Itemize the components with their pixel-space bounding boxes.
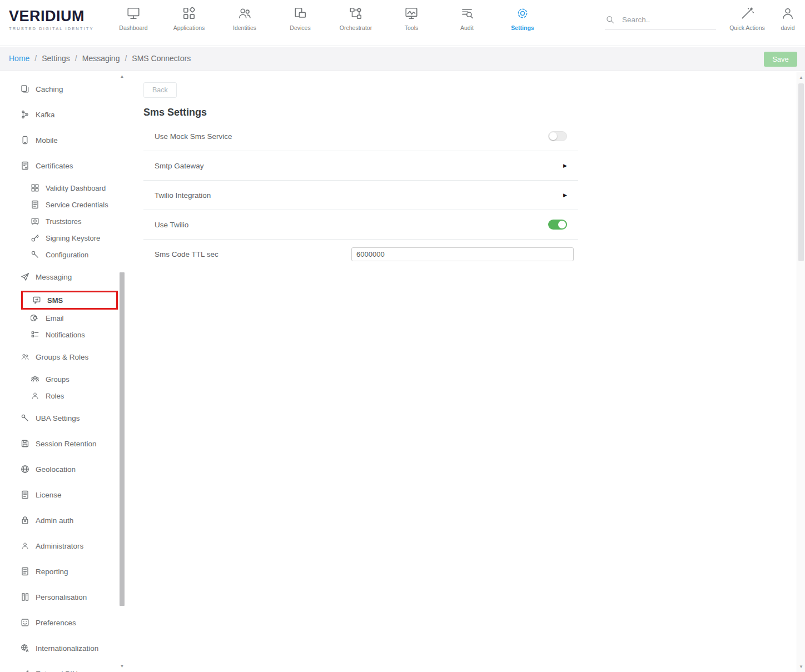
sidebar-item-caching[interactable]: Caching: [8, 76, 126, 102]
veridium-logo[interactable]: VERIDIUM TRUSTED DIGITAL IDENTITY: [9, 9, 94, 31]
search-input[interactable]: [622, 16, 711, 24]
setting-label: Use Twilio: [155, 221, 188, 229]
sidebar-item-geolocation[interactable]: Geolocation: [8, 456, 126, 482]
logo-title: VERIDIUM: [9, 9, 94, 24]
nav-devices[interactable]: Devices: [272, 5, 328, 31]
sidebar-item-label: Certificates: [36, 162, 73, 170]
sidebar-item-uba-settings[interactable]: UBA Settings: [8, 405, 126, 431]
sidebar-item-roles[interactable]: Roles: [21, 387, 126, 404]
save-button[interactable]: Save: [764, 52, 797, 67]
breadcrumb-home[interactable]: Home: [9, 54, 29, 63]
nav-tools[interactable]: Tools: [384, 5, 439, 31]
sidebar-item-label: Administrators: [36, 542, 83, 550]
sidebar-item-label: Internationalization: [36, 644, 98, 653]
quick-actions-label: Quick Actions: [729, 24, 765, 31]
sidebar-item-label: License: [36, 491, 62, 499]
scroll-up-arrow-icon[interactable]: ▲: [797, 74, 805, 81]
sidebar-item-validity-dashboard[interactable]: Validity Dashboard: [21, 180, 126, 196]
use-twilio-toggle[interactable]: [548, 220, 567, 230]
nav-dashboard[interactable]: Dashboard: [106, 5, 161, 31]
sidebar-item-session-retention[interactable]: Session Retention: [8, 431, 126, 456]
scroll-down-arrow-icon[interactable]: ▼: [118, 663, 126, 670]
page-title: Sms Settings: [143, 107, 796, 118]
settings-rows: Use Mock Sms Service Smtp Gateway ▶ Twil…: [143, 122, 578, 269]
sidebar-item-label: SMS: [47, 296, 63, 305]
expand-arrow-icon[interactable]: ▶: [563, 163, 567, 168]
breadcrumb-settings[interactable]: Settings: [42, 54, 70, 63]
sidebar-item-notifications[interactable]: Notifications: [21, 326, 126, 343]
uba-settings-icon: [20, 414, 29, 423]
sidebar-item-messaging[interactable]: Messaging: [8, 264, 126, 290]
sidebar-item-label: Groups: [46, 375, 69, 384]
sidebar-item-configuration[interactable]: Configuration: [21, 246, 126, 263]
sidebar-item-preferences[interactable]: Preferences: [8, 610, 126, 635]
setting-label: Sms Code TTL sec: [155, 250, 218, 258]
certificates-icon: [20, 161, 29, 171]
sidebar-item-administrators[interactable]: Administrators: [8, 533, 126, 559]
sms-code-ttl-row: Sms Code TTL sec: [143, 240, 578, 269]
settings-sidebar: Caching Kafka Mobile Certificates Validi…: [8, 71, 126, 672]
sidebar-item-kafka[interactable]: Kafka: [8, 102, 126, 127]
nav-orchestrator[interactable]: Orchestrator: [328, 5, 384, 31]
mobile-icon: [20, 136, 29, 145]
audit-icon: [460, 5, 474, 22]
sidebar-item-label: Mobile: [36, 136, 58, 145]
quick-actions-button[interactable]: Quick Actions: [726, 5, 768, 31]
sidebar-scrollbar-thumb[interactable]: [120, 272, 125, 606]
sidebar-item-email[interactable]: Email: [21, 310, 126, 326]
sidebar-item-certificates[interactable]: Certificates: [8, 153, 126, 178]
sidebar-item-personalisation[interactable]: Personalisation: [8, 584, 126, 610]
sidebar-item-service-credentials[interactable]: Service Credentials: [21, 196, 126, 213]
sidebar-item-label: Preferences: [36, 619, 76, 627]
preferences-icon: [20, 618, 29, 628]
scroll-up-arrow-icon[interactable]: ▲: [118, 73, 126, 80]
breadcrumb-messaging[interactable]: Messaging: [82, 54, 120, 63]
sms-settings-panel: Back Sms Settings Use Mock Sms Service S…: [138, 71, 796, 672]
session-retention-icon: [20, 439, 29, 449]
sidebar-item-admin-auth[interactable]: Admin auth: [8, 507, 126, 533]
back-button[interactable]: Back: [143, 82, 177, 98]
nav-label: Dashboard: [119, 24, 147, 31]
logo-tagline: TRUSTED DIGITAL IDENTITY: [9, 26, 94, 31]
sidebar-item-sms[interactable]: SMS: [21, 291, 118, 310]
scroll-down-arrow-icon[interactable]: ▼: [797, 663, 805, 670]
expand-arrow-icon[interactable]: ▶: [563, 193, 567, 198]
sidebar-item-groups-roles[interactable]: Groups & Roles: [8, 344, 126, 370]
twilio-integration-row[interactable]: Twilio Integration ▶: [143, 181, 578, 210]
user-menu[interactable]: david: [774, 5, 802, 31]
breadcrumb-sms-connectors: SMS Connectors: [132, 54, 191, 63]
nav-label: Orchestrator: [340, 24, 372, 31]
toggle-knob: [549, 132, 557, 140]
sms-code-ttl-input[interactable]: [351, 247, 574, 261]
sidebar-item-label: Session Retention: [36, 440, 97, 448]
sidebar-item-license[interactable]: License: [8, 482, 126, 507]
nav-applications[interactable]: Applications: [161, 5, 217, 31]
smtp-gateway-row[interactable]: Smtp Gateway ▶: [143, 151, 578, 181]
sidebar-item-label: Roles: [46, 392, 64, 400]
sidebar-item-reporting[interactable]: Reporting: [8, 559, 126, 584]
sidebar-item-truststores[interactable]: Truststores: [21, 213, 126, 230]
top-header: VERIDIUM TRUSTED DIGITAL IDENTITY Dashbo…: [0, 0, 805, 46]
admin-auth-icon: [20, 516, 29, 525]
page-scrollbar-thumb[interactable]: [798, 83, 804, 261]
groups-roles-icon: [20, 352, 29, 362]
use-mock-sms-service-row: Use Mock Sms Service: [143, 122, 578, 151]
nav-settings[interactable]: Settings: [495, 5, 550, 31]
nav-identities[interactable]: Identities: [217, 5, 272, 31]
nav-label: Settings: [511, 24, 534, 31]
sidebar-item-groups[interactable]: Groups: [21, 371, 126, 387]
sidebar-item-label: Geolocation: [36, 465, 76, 474]
sidebar-item-signing-keystore[interactable]: Signing Keystore: [21, 230, 126, 246]
sidebar-item-internationalization[interactable]: Internationalization: [8, 635, 126, 661]
breadcrumb: Home / Settings / Messaging / SMS Connec…: [9, 54, 191, 63]
nav-audit[interactable]: Audit: [439, 5, 495, 31]
sidebar-item-label: Kafka: [36, 111, 55, 119]
top-navigation: Dashboard Applications Identities Device…: [106, 5, 550, 31]
sidebar-item-external-pin[interactable]: External PIN: [8, 661, 126, 672]
breadcrumb-bar: Home / Settings / Messaging / SMS Connec…: [0, 47, 805, 71]
roles-icon: [30, 391, 39, 401]
nav-label: Tools: [405, 24, 419, 31]
sidebar-item-mobile[interactable]: Mobile: [8, 127, 126, 153]
search-icon[interactable]: [605, 14, 615, 25]
use-mock-sms-service-toggle[interactable]: [548, 131, 567, 141]
